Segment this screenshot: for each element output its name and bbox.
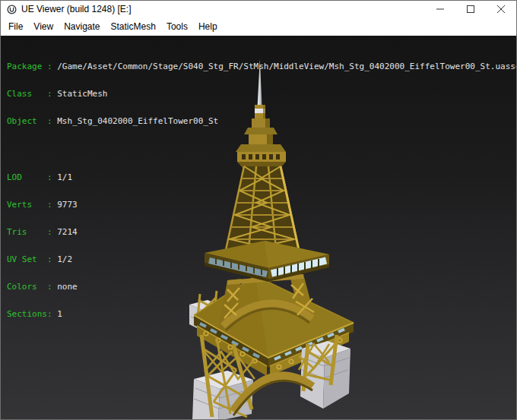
umodel-logo-icon — [7, 5, 17, 14]
viewport-3d[interactable]: Package : /Game/Asset/Common/Stage/S040_… — [1, 36, 516, 419]
menu-item-file[interactable]: File — [3, 19, 28, 34]
menu-item-staticmesh[interactable]: StaticMesh — [106, 19, 161, 34]
menu-item-navigate[interactable]: Navigate — [59, 19, 105, 34]
info-line-object: Object : Msh_Stg_0402000_EiffelTower00_S… — [7, 117, 516, 126]
close-button[interactable] — [486, 1, 516, 17]
info-line-package: Package : /Game/Asset/Common/Stage/S040_… — [7, 62, 516, 71]
info-line-verts: Verts : 9773 — [7, 201, 516, 210]
info-line-lod: LOD : 1/1 — [7, 173, 516, 182]
close-icon — [497, 5, 505, 13]
info-line-tris: Tris : 7214 — [7, 228, 516, 237]
minimize-icon — [436, 5, 444, 13]
title-bar[interactable]: UE Viewer (build 1248) [E:] — [1, 1, 516, 17]
menu-item-help[interactable]: Help — [193, 19, 223, 34]
window-title: UE Viewer (build 1248) [E:] — [21, 4, 425, 14]
mesh-info-overlay: Package : /Game/Asset/Common/Stage/S040_… — [7, 44, 516, 337]
menu-item-view[interactable]: View — [28, 19, 59, 34]
menu-item-tools[interactable]: Tools — [161, 19, 193, 34]
menu-bar: File View Navigate StaticMesh Tools Help — [1, 17, 516, 36]
window-controls — [425, 1, 516, 17]
info-line-uvset: UV Set : 1/2 — [7, 255, 516, 264]
info-line-class: Class : StaticMesh — [7, 90, 516, 99]
maximize-button[interactable] — [455, 1, 486, 17]
info-line-colors: Colors : none — [7, 283, 516, 292]
ue-viewer-window: UE Viewer (build 1248) [E:] File View Na… — [0, 0, 517, 420]
maximize-icon — [467, 5, 474, 13]
minimize-button[interactable] — [425, 1, 455, 17]
info-line-sections: Sections: 1 — [7, 310, 516, 319]
